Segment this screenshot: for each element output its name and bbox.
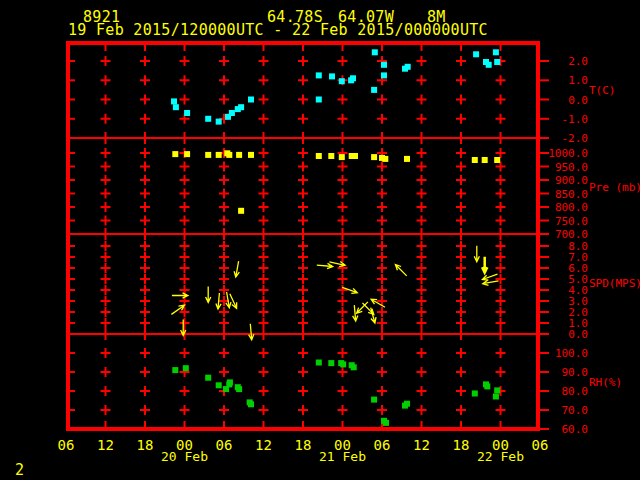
grid-plus-mark <box>417 318 427 328</box>
date-label: 21 Feb <box>319 449 366 464</box>
grid-plus-mark <box>456 296 466 306</box>
grid-plus-mark <box>140 241 150 251</box>
grid-plus-mark <box>298 348 308 358</box>
grid-plus-mark <box>377 175 387 185</box>
grid-plus-mark <box>259 189 269 199</box>
grid-plus-mark <box>298 241 308 251</box>
grid-plus-mark <box>140 56 150 66</box>
temperature-point <box>371 87 377 93</box>
grid-plus-mark <box>140 252 150 262</box>
grid-plus-mark <box>338 274 348 284</box>
grid-plus-mark <box>496 252 506 262</box>
grid-plus-mark <box>377 252 387 262</box>
grid-plus-mark <box>338 216 348 226</box>
humidity-point <box>236 386 242 392</box>
temperature-point <box>473 51 479 57</box>
grid-plus-mark <box>496 274 506 284</box>
grid-plus-mark <box>219 95 229 105</box>
wind-arrow <box>395 265 406 276</box>
pressure-point <box>482 157 488 163</box>
wind-arrow <box>317 263 333 268</box>
grid-plus-mark <box>496 95 506 105</box>
grid-plus-mark <box>456 263 466 273</box>
grid-plus-mark <box>180 241 190 251</box>
grid-plus-mark <box>180 274 190 284</box>
hour-label: 06 <box>374 437 391 453</box>
wind-arrow <box>474 246 479 262</box>
grid-plus-mark <box>377 241 387 251</box>
humidity-axis-label: 70.0 <box>562 404 589 417</box>
grid-plus-mark <box>140 386 150 396</box>
pressure-point <box>352 153 358 159</box>
humidity-series <box>172 360 500 426</box>
grid-plus-mark <box>417 307 427 317</box>
grid-plus-mark <box>140 202 150 212</box>
temperature-axis-label: 1.0 <box>568 74 588 87</box>
grid-plus-mark <box>338 296 348 306</box>
grid-plus-mark <box>377 216 387 226</box>
pressure-point <box>328 153 334 159</box>
hour-label: 12 <box>413 437 430 453</box>
grid-plus-mark <box>101 274 111 284</box>
humidity-point <box>216 382 222 388</box>
grid-plus-mark <box>101 386 111 396</box>
grid-plus-mark <box>377 367 387 377</box>
grid-plus-mark <box>259 162 269 172</box>
hour-label: 06 <box>216 437 233 453</box>
humidity-point <box>351 364 357 370</box>
grid-plus-mark <box>377 285 387 295</box>
grid-plus-mark <box>496 307 506 317</box>
temperature-axis-label: 0.0 <box>568 94 588 107</box>
grid-plus-mark <box>417 252 427 262</box>
hour-label: 18 <box>137 437 154 453</box>
grid-plus-mark <box>456 216 466 226</box>
wind_speed-unit-label: SPD(MPS) <box>589 277 640 290</box>
temperature-point <box>229 110 235 116</box>
grid-plus-mark <box>259 348 269 358</box>
temperature-point <box>339 78 345 84</box>
grid-plus-mark <box>417 175 427 185</box>
grid-plus-mark <box>259 263 269 273</box>
grid-plus-mark <box>496 175 506 185</box>
pressure-point <box>404 156 410 162</box>
grid-plus-mark <box>377 162 387 172</box>
grid-plus-mark <box>101 367 111 377</box>
grid-plus-mark <box>456 148 466 158</box>
grid-plus-mark <box>456 285 466 295</box>
temperature-point <box>381 62 387 68</box>
grid-plus-mark <box>417 75 427 85</box>
temperature-point <box>493 49 499 55</box>
grid-plus-mark <box>377 386 387 396</box>
humidity-point <box>494 387 500 393</box>
grid-plus-mark <box>140 367 150 377</box>
grid-plus-mark <box>140 296 150 306</box>
temperature-point <box>184 110 190 116</box>
grid-plus-mark <box>496 348 506 358</box>
grid-plus-mark <box>219 241 229 251</box>
grid-plus-mark <box>377 202 387 212</box>
temperature-point <box>171 98 177 104</box>
grid-plus-mark <box>101 252 111 262</box>
grid-plus-mark <box>219 202 229 212</box>
grid-plus-mark <box>219 307 229 317</box>
grid-plus-mark <box>417 148 427 158</box>
grid-plus-mark <box>417 114 427 124</box>
grid-plus-mark <box>180 202 190 212</box>
grid-plus-mark <box>140 75 150 85</box>
grid-plus-mark <box>377 95 387 105</box>
humidity-point <box>183 365 189 371</box>
grid-plus-mark <box>456 175 466 185</box>
grid-plus-mark <box>219 189 229 199</box>
grid-plus-mark <box>377 189 387 199</box>
grid-plus-mark <box>456 348 466 358</box>
grid-plus-mark <box>101 405 111 415</box>
grid-plus-mark <box>377 263 387 273</box>
grid-plus-mark <box>180 162 190 172</box>
wind-arrow <box>171 305 184 314</box>
temperature-point <box>405 64 411 70</box>
grid-plus-mark <box>456 56 466 66</box>
grid-plus-mark <box>101 307 111 317</box>
grid-plus-mark <box>259 241 269 251</box>
temperature-point <box>205 116 211 122</box>
grid-plus-mark <box>140 162 150 172</box>
